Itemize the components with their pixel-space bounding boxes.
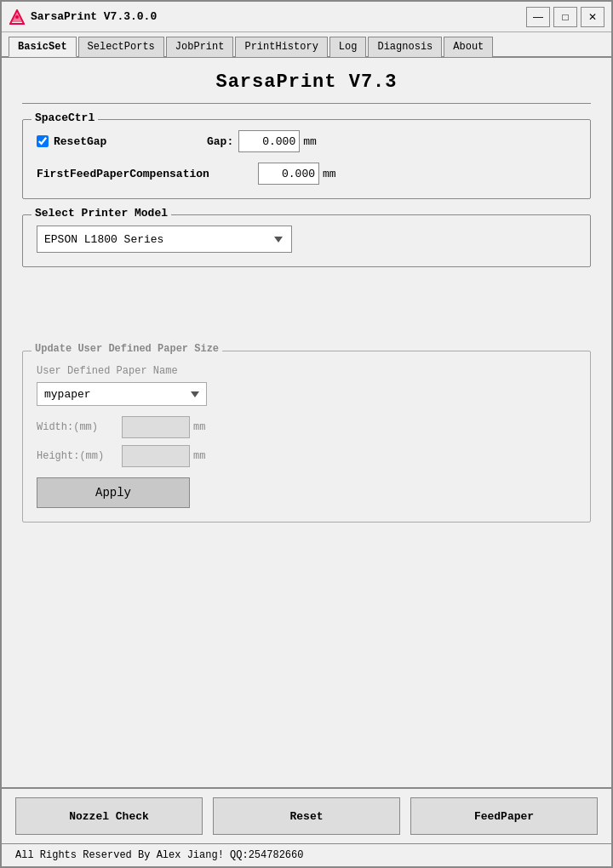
gap-input[interactable] [238, 130, 300, 152]
tab-diagnosis[interactable]: Diagnosis [368, 37, 442, 57]
app-icon [9, 9, 26, 26]
user-paper-group: Update User Defined Paper Size User Defi… [22, 351, 591, 523]
firstfeed-unit: mm [323, 168, 336, 180]
maximize-button[interactable]: □ [553, 7, 577, 27]
firstfeed-input[interactable] [258, 163, 319, 185]
apply-button[interactable]: Apply [37, 477, 190, 508]
bottom-bar: Nozzel Check Reset FeedPaper [2, 787, 611, 843]
printer-model-label: Select Printer Model [32, 207, 171, 220]
spacectrl-group: SpaceCtrl ResetGap Gap: mm FirstFeedPape… [22, 119, 591, 199]
window-title: SarsaPrint V7.3.0.0 [31, 10, 526, 23]
tab-basicset[interactable]: BasicSet [9, 37, 77, 57]
printer-model-group: Select Printer Model EPSON L1800 Series … [22, 214, 591, 267]
width-label: Width:(mm) [37, 421, 122, 433]
resetgap-checkbox[interactable] [37, 135, 49, 147]
paper-name-select[interactable]: mypaper [37, 382, 207, 406]
resetgap-row: ResetGap Gap: mm [37, 130, 576, 152]
tab-jobprint[interactable]: JobPrint [166, 37, 234, 57]
tab-printhistory[interactable]: PrintHistory [235, 37, 327, 57]
resetgap-label[interactable]: ResetGap [37, 135, 207, 148]
reset-button[interactable]: Reset [213, 797, 400, 835]
title-divider [22, 103, 591, 104]
tab-about[interactable]: About [444, 37, 493, 57]
status-bar: All Rights Reserved By Alex Jiang! QQ:25… [2, 843, 611, 866]
nozzle-check-button[interactable]: Nozzel Check [15, 797, 203, 835]
height-unit: mm [193, 450, 205, 462]
content-area: SarsaPrint V7.3 SpaceCtrl ResetGap Gap: … [2, 58, 611, 787]
spacer [22, 283, 591, 351]
title-bar: SarsaPrint V7.3.0.0 — □ ✕ [2, 2, 611, 32]
main-window: SarsaPrint V7.3.0.0 — □ ✕ BasicSet Selec… [0, 0, 613, 868]
tab-bar: BasicSet SelectPorts JobPrint PrintHisto… [2, 32, 611, 58]
svg-point-2 [15, 15, 19, 19]
gap-label: Gap: [207, 135, 233, 148]
height-label: Height:(mm) [37, 450, 122, 462]
gap-unit: mm [303, 135, 317, 148]
status-text: All Rights Reserved By Alex Jiang! QQ:25… [15, 849, 303, 861]
window-controls: — □ ✕ [526, 7, 604, 27]
width-input[interactable] [122, 416, 190, 438]
tab-selectports[interactable]: SelectPorts [78, 37, 164, 57]
spacectrl-label: SpaceCtrl [32, 111, 98, 124]
width-unit: mm [193, 421, 205, 433]
firstfeed-row: FirstFeedPaperCompensation mm [37, 163, 576, 185]
close-button[interactable]: ✕ [581, 7, 604, 27]
width-row: Width:(mm) mm [37, 416, 576, 438]
height-row: Height:(mm) mm [37, 445, 576, 467]
firstfeed-label: FirstFeedPaperCompensation [37, 168, 258, 180]
printer-model-select[interactable]: EPSON L1800 Series EPSON L805 Series EPS… [37, 226, 292, 253]
feed-paper-button[interactable]: FeedPaper [410, 797, 598, 835]
minimize-button[interactable]: — [526, 7, 550, 27]
app-title: SarsaPrint V7.3 [22, 71, 591, 93]
paper-name-label: User Defined Paper Name [37, 365, 576, 377]
user-paper-group-label: Update User Defined Paper Size [32, 343, 222, 355]
tab-log[interactable]: Log [329, 37, 367, 57]
height-input[interactable] [122, 445, 190, 467]
